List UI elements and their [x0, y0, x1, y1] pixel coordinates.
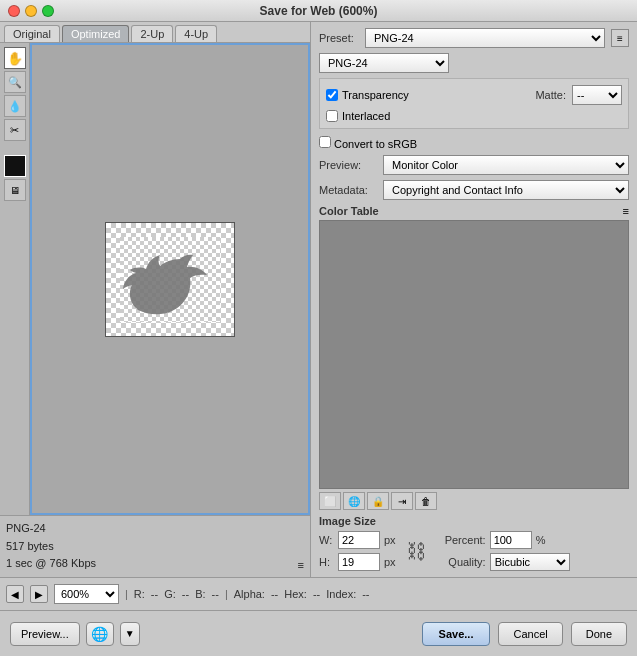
canvas-info-menu-icon[interactable]: ≡	[298, 557, 304, 574]
options-section: Transparency Matte: -- Interlaced	[319, 78, 629, 129]
ct-delete-btn[interactable]: 🗑	[415, 492, 437, 510]
interlaced-label[interactable]: Interlaced	[326, 110, 390, 122]
browser-menu-button[interactable]: ▼	[120, 622, 140, 646]
r-value: --	[151, 588, 158, 600]
quality-select[interactable]: Bicubic	[490, 553, 570, 571]
canvas-area	[30, 43, 310, 515]
quality-label: Quality:	[436, 556, 486, 568]
preview-row: Preview: Monitor Color	[319, 155, 629, 175]
color-table-menu-icon[interactable]: ≡	[623, 205, 629, 217]
height-row: H: px	[319, 553, 396, 571]
ct-web-btn[interactable]: 🌐	[343, 492, 365, 510]
width-row: W: px	[319, 531, 396, 549]
nav-next-button[interactable]: ▶	[30, 585, 48, 603]
canvas-info-text: PNG-24 517 bytes 1 sec @ 768 Kbps	[6, 520, 96, 573]
index-label: Index:	[326, 588, 356, 600]
size-right-col: Percent: % Quality: Bicubic	[436, 531, 570, 571]
right-panel: Preset: PNG-24 ≡ PNG-24 Transparency Mat…	[310, 22, 637, 577]
window-title: Save for Web (600%)	[260, 4, 378, 18]
title-bar: Save for Web (600%)	[0, 0, 637, 22]
height-unit: px	[384, 556, 396, 568]
metadata-label: Metadata:	[319, 184, 377, 196]
save-button[interactable]: Save...	[422, 622, 491, 646]
browser-button[interactable]: 🌐	[86, 622, 114, 646]
zoom-select[interactable]: 600%	[54, 584, 119, 604]
cancel-button[interactable]: Cancel	[498, 622, 562, 646]
g-value: --	[182, 588, 189, 600]
canvas-content	[32, 45, 308, 513]
color-table-section: Color Table ≡ ⬜ 🌐 🔒 ⇥ 🗑	[319, 205, 629, 510]
r-label: R:	[134, 588, 145, 600]
transparency-checkbox[interactable]	[326, 89, 338, 101]
percent-input[interactable]	[490, 531, 532, 549]
metadata-select[interactable]: Copyright and Contact Info	[383, 180, 629, 200]
width-label: W:	[319, 534, 334, 546]
height-label: H:	[319, 556, 334, 568]
status-sep-1: |	[125, 588, 128, 600]
hex-value: --	[313, 588, 320, 600]
globe-icon: 🌐	[91, 626, 108, 642]
footer: Preview... 🌐 ▼ Save... Cancel Done	[0, 610, 637, 656]
image-size-label: 517 bytes	[6, 538, 96, 556]
matte-select[interactable]: --	[572, 85, 622, 105]
tab-original[interactable]: Original	[4, 25, 60, 42]
quality-row: Quality: Bicubic	[436, 553, 570, 571]
matte-label: Matte:	[535, 89, 566, 101]
preset-menu-button[interactable]: ≡	[611, 29, 629, 47]
minimize-button[interactable]	[25, 5, 37, 17]
ct-shift-btn[interactable]: ⇥	[391, 492, 413, 510]
zoom-tool[interactable]: 🔍	[4, 71, 26, 93]
tab-bar: Original Optimized 2-Up 4-Up	[0, 22, 310, 43]
transparency-label[interactable]: Transparency	[326, 89, 409, 101]
convert-label[interactable]: Convert to sRGB	[319, 136, 417, 150]
g-label: G:	[164, 588, 176, 600]
percent-unit: %	[536, 534, 546, 546]
size-rows: W: px H: px ⛓ Percent: %	[319, 531, 629, 571]
done-button[interactable]: Done	[571, 622, 627, 646]
preview-select[interactable]: Monitor Color	[383, 155, 629, 175]
hand-tool[interactable]: ✋	[4, 47, 26, 69]
footer-right: Save... Cancel Done	[422, 622, 627, 646]
image-size-title: Image Size	[319, 515, 629, 527]
maximize-button[interactable]	[42, 5, 54, 17]
canvas-info: PNG-24 517 bytes 1 sec @ 768 Kbps ≡	[0, 515, 310, 577]
size-wh-col: W: px H: px	[319, 531, 396, 571]
preview-button[interactable]: Preview...	[10, 622, 80, 646]
alpha-label: Alpha:	[234, 588, 265, 600]
preset-select[interactable]: PNG-24	[365, 28, 605, 48]
slice-tool[interactable]: ✂	[4, 119, 26, 141]
tab-4up[interactable]: 4-Up	[175, 25, 217, 42]
preview-label: Preview:	[319, 159, 377, 171]
color-table-title: Color Table	[319, 205, 379, 217]
convert-checkbox[interactable]	[319, 136, 331, 148]
preview-toggle[interactable]: 🖥	[4, 179, 26, 201]
index-value: --	[362, 588, 369, 600]
ct-new-btn[interactable]: ⬜	[319, 492, 341, 510]
preset-label: Preset:	[319, 32, 359, 44]
status-sep-2: |	[225, 588, 228, 600]
eyedropper-tool[interactable]: 💧	[4, 95, 26, 117]
transparency-row: Transparency Matte: --	[326, 85, 622, 105]
color-swatch[interactable]	[4, 155, 26, 177]
color-table-header: Color Table ≡	[319, 205, 629, 217]
color-table-canvas	[319, 220, 629, 489]
preset-row: Preset: PNG-24 ≡	[319, 28, 629, 48]
format-select[interactable]: PNG-24	[319, 53, 449, 73]
interlaced-checkbox[interactable]	[326, 110, 338, 122]
nav-prev-button[interactable]: ◀	[6, 585, 24, 603]
tab-optimized[interactable]: Optimized	[62, 25, 130, 42]
status-bar: ◀ ▶ 600% | R: -- G: -- B: -- | Alpha: --…	[0, 577, 637, 610]
metadata-row: Metadata: Copyright and Contact Info	[319, 180, 629, 200]
window-controls[interactable]	[8, 5, 54, 17]
twitter-bird-svg	[120, 237, 220, 322]
tab-2up[interactable]: 2-Up	[131, 25, 173, 42]
toolbar: ✋ 🔍 💧 ✂ 🖥	[0, 43, 30, 515]
link-icon: ⛓	[406, 531, 426, 571]
close-button[interactable]	[8, 5, 20, 17]
height-input[interactable]	[338, 553, 380, 571]
ct-lock-btn[interactable]: 🔒	[367, 492, 389, 510]
image-size-section: Image Size W: px H: px ⛓	[319, 515, 629, 571]
interlaced-row: Interlaced	[326, 110, 622, 122]
image-format-label: PNG-24	[6, 520, 96, 538]
width-input[interactable]	[338, 531, 380, 549]
